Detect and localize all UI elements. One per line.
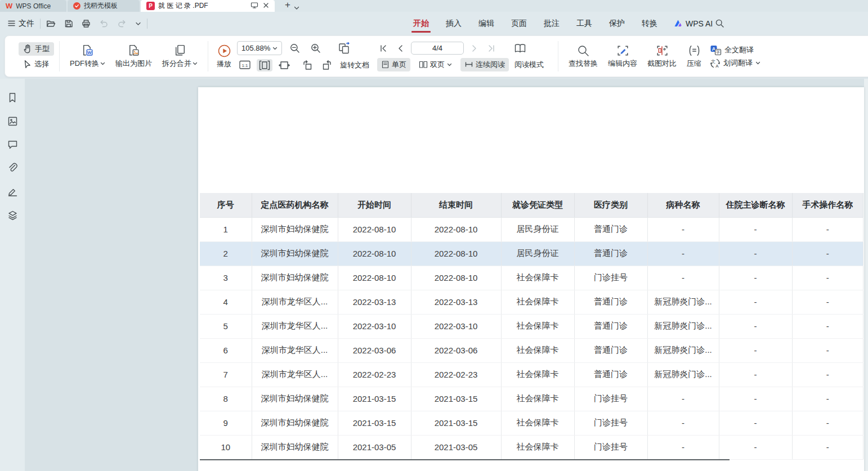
first-page-button[interactable] — [377, 43, 390, 53]
table-cell: - — [719, 362, 792, 387]
file-menu-button[interactable]: 文件 — [8, 19, 34, 29]
bookmarks-panel-icon[interactable] — [6, 91, 19, 104]
close-tab-icon[interactable] — [263, 2, 269, 10]
table-body: 1深圳市妇幼保健院2022-08-102022-08-10居民身份证普通门诊--… — [200, 217, 863, 459]
menu-tab-home[interactable]: 开始 — [413, 14, 429, 34]
table-row: 10深圳市妇幼保健院2021-03-052021-03-05社会保障卡门诊挂号-… — [200, 435, 863, 459]
actual-size-button[interactable]: 1:1 — [237, 59, 253, 71]
continuous-read-label: 连续阅读 — [476, 60, 505, 70]
tab-document-pdf[interactable]: P 就 医 记 录 .PDF — [141, 0, 275, 12]
attachments-panel-icon[interactable] — [6, 162, 19, 174]
column-header: 病种名称 — [647, 193, 719, 217]
fit-page-button[interactable] — [257, 59, 272, 71]
table-cell: 社会保障卡 — [501, 435, 574, 459]
pdf-convert-button[interactable]: W PDF转换 — [65, 44, 110, 69]
divider — [558, 41, 558, 71]
table-row: 6深圳市龙华区人...2022-03-062022-03-06社会保障卡普通门诊… — [200, 338, 863, 362]
wps-ai-button[interactable]: WPS AI — [674, 19, 713, 28]
table-cell: 深圳市妇幼保健院 — [252, 241, 338, 266]
edit-content-label: 编辑内容 — [608, 59, 637, 69]
table-cell: - — [792, 266, 863, 290]
table-cell: - — [792, 241, 863, 266]
table-cell: 新冠肺炎门诊... — [647, 338, 719, 362]
rotate-right-button[interactable] — [319, 59, 335, 72]
column-header: 开始时间 — [338, 193, 411, 217]
column-header: 就诊凭证类型 — [501, 193, 574, 217]
rotate-left-button[interactable] — [299, 59, 315, 72]
document-workspace: 序号定点医药机构名称开始时间结束时间就诊凭证类型医疗类别病种名称住院主诊断名称手… — [0, 79, 868, 471]
screenshot-compare-button[interactable]: 截图对比 — [642, 44, 682, 69]
cursor-icon — [23, 60, 32, 69]
hand-tool-button[interactable]: 手型 — [19, 42, 54, 56]
layers-panel-icon[interactable] — [6, 209, 19, 222]
table-cell: 2021-03-15 — [338, 387, 411, 411]
previous-page-button[interactable] — [395, 43, 405, 53]
zoom-out-button[interactable] — [287, 42, 303, 55]
continuous-read-button[interactable]: 连续阅读 — [460, 58, 509, 71]
table-cell: 社会保障卡 — [501, 338, 574, 362]
full-translate-label: 全文翻译 — [724, 45, 754, 55]
vertical-scrollbar[interactable] — [864, 79, 868, 471]
split-merge-button[interactable]: 拆分合并 — [157, 44, 203, 69]
select-tool-button[interactable]: 选择 — [19, 57, 54, 71]
table-cell: 2022-03-06 — [338, 338, 411, 362]
undo-icon[interactable] — [99, 19, 109, 28]
qat-chevron-icon[interactable] — [135, 21, 141, 26]
read-mode-button[interactable]: 阅读模式 — [513, 58, 548, 71]
play-icon — [217, 44, 231, 58]
compress-button[interactable]: 压缩 — [682, 44, 706, 69]
chevron-down-icon — [100, 62, 105, 65]
full-translate-button[interactable]: A 字 全文翻译 — [710, 44, 760, 56]
read-mode-icon[interactable] — [511, 42, 529, 55]
table-row: 4深圳市龙华区人...2022-03-132022-03-13社会保障卡普通门诊… — [200, 290, 863, 314]
menu-tab-comment[interactable]: 批注 — [543, 14, 560, 34]
tab-wps-office[interactable]: W WPS Office — [0, 0, 66, 12]
edit-content-button[interactable]: 编辑内容 — [603, 44, 642, 69]
menu-tab-page[interactable]: 页面 — [511, 14, 527, 34]
zoom-level-select[interactable]: 105.88% — [237, 41, 282, 55]
find-replace-button[interactable]: 查找替换 — [563, 44, 603, 69]
menu-tab-edit[interactable]: 编辑 — [478, 14, 495, 34]
menu-tab-convert[interactable]: 转换 — [641, 14, 658, 34]
menu-tab-tools[interactable]: 工具 — [576, 14, 593, 34]
new-tab-button[interactable]: + — [281, 0, 294, 12]
next-page-button[interactable] — [469, 43, 480, 53]
read-mode-label: 阅读模式 — [514, 60, 544, 70]
word-translate-button[interactable]: 文 A 划词翻译 — [710, 58, 760, 69]
page-indicator-input[interactable] — [411, 42, 464, 55]
ribbon-search-icon[interactable] — [715, 19, 724, 30]
table-cell: 深圳市龙华区人... — [252, 290, 338, 314]
menu-tab-protect[interactable]: 保护 — [609, 14, 625, 34]
thumbnails-panel-icon[interactable] — [6, 115, 19, 128]
table-cell: 2022-08-10 — [338, 241, 411, 266]
double-page-button[interactable]: 双页 — [415, 58, 456, 71]
last-page-button[interactable] — [485, 43, 498, 53]
signature-panel-icon[interactable] — [6, 185, 19, 198]
screen-share-icon[interactable] — [250, 2, 258, 11]
pdf-convert-label: PDF转换 — [70, 59, 99, 69]
export-image-button[interactable]: 输出为图片 — [110, 44, 157, 69]
comments-panel-icon[interactable] — [6, 138, 19, 151]
menu-tab-insert[interactable]: 插入 — [445, 14, 462, 34]
split-merge-label: 拆分合并 — [162, 59, 191, 69]
divider — [208, 41, 208, 71]
open-file-icon[interactable] — [46, 19, 56, 28]
table-cell: 普通门诊 — [574, 362, 647, 387]
fit-width-button[interactable] — [276, 59, 292, 71]
print-icon[interactable] — [82, 19, 91, 28]
svg-text:文: 文 — [711, 59, 715, 64]
single-page-button[interactable]: 单页 — [377, 58, 410, 71]
file-menu-label: 文件 — [19, 19, 34, 29]
tab-docer-templates[interactable]: 找稻壳模板 — [68, 0, 140, 12]
zoom-in-button[interactable] — [308, 42, 324, 55]
play-button[interactable]: 播放 — [213, 44, 235, 69]
table-cell: 2022-03-13 — [338, 290, 411, 314]
page-fit-switch-button[interactable] — [335, 41, 354, 56]
quick-access-toolbar — [46, 19, 141, 28]
pdf-page[interactable]: 序号定点医药机构名称开始时间结束时间就诊凭证类型医疗类别病种名称住院主诊断名称手… — [198, 87, 864, 471]
tab-list-chevron-icon[interactable] — [294, 2, 299, 12]
redo-icon[interactable] — [117, 19, 127, 28]
save-icon[interactable] — [64, 19, 73, 28]
hand-icon — [23, 44, 32, 53]
rotate-doc-label[interactable]: 旋转文档 — [340, 60, 369, 70]
